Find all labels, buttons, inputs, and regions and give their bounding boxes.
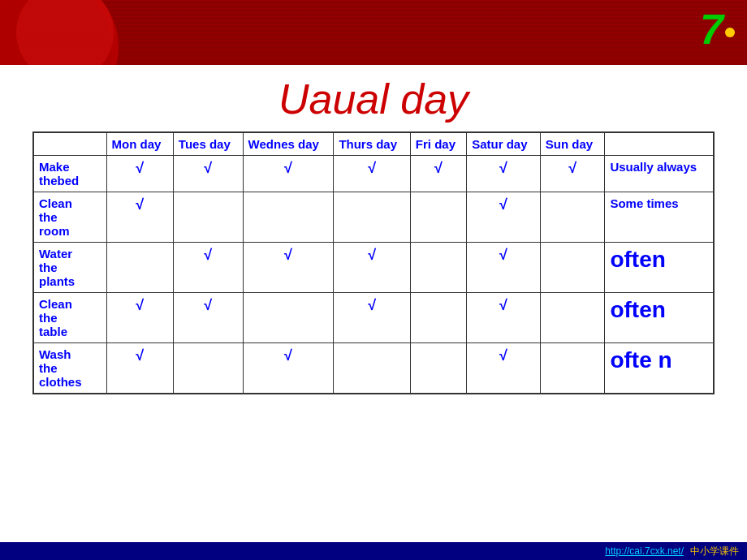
table-row: Water the plants√√√√often (33, 243, 714, 293)
freq-cell-3: often (605, 293, 714, 343)
col-thursday: Thurs day (334, 132, 410, 156)
check-cell-2-1: √ (173, 243, 243, 293)
check-cell-1-5: √ (467, 192, 541, 243)
col-wednesday: Wednes day (243, 132, 334, 156)
freq-cell-0: Usually always (605, 156, 714, 192)
freq-large: often (610, 297, 665, 322)
activity-cell-3: Clean the table (33, 293, 106, 343)
check-cell-1-0: √ (106, 192, 173, 243)
freq-large: often (610, 247, 665, 272)
activity-cell-2: Water the plants (33, 243, 106, 293)
check-cell-0-3: √ (334, 156, 410, 192)
check-cell-4-4 (410, 343, 466, 394)
check-cell-2-6 (540, 243, 605, 293)
activity-cell-4: Wash the clothes (33, 343, 106, 394)
check-cell-0-4: √ (410, 156, 466, 192)
main-table: Mon day Tues day Wednes day Thurs day Fr… (32, 131, 715, 394)
freq-normal: Some times (610, 196, 678, 210)
logo-number: 7 (700, 6, 723, 53)
check-cell-0-6: √ (540, 156, 605, 192)
freq-cell-4: ofte n (605, 343, 714, 394)
col-tuesday: Tues day (173, 132, 243, 156)
bottom-url: http://cai.7cxk.net/ (605, 545, 684, 557)
check-cell-4-2: √ (243, 343, 334, 394)
check-cell-0-2: √ (243, 156, 334, 192)
check-cell-4-1 (173, 343, 243, 394)
check-cell-1-4 (410, 192, 466, 243)
check-cell-2-3: √ (334, 243, 410, 293)
table-row: Make thebed√√√√√√√Usually always (33, 156, 714, 192)
freq-normal: Usually always (610, 160, 697, 174)
table-row: Clean the room√√Some times (33, 192, 714, 243)
check-cell-1-3 (334, 192, 410, 243)
check-cell-3-1: √ (173, 293, 243, 343)
col-sunday: Sun day (540, 132, 605, 156)
page-title: Uaual day (0, 65, 747, 131)
table-container: Mon day Tues day Wednes day Thurs day Fr… (0, 131, 747, 394)
check-cell-0-5: √ (467, 156, 541, 192)
check-cell-0-1: √ (173, 156, 243, 192)
check-cell-2-4 (410, 243, 466, 293)
freq-cell-1: Some times (605, 192, 714, 243)
check-cell-4-6 (540, 343, 605, 394)
check-cell-4-3 (334, 343, 410, 394)
logo: 7 (700, 8, 735, 50)
col-saturday: Satur day (467, 132, 541, 156)
table-row: Wash the clothes√√√ofte n (33, 343, 714, 394)
check-cell-0-0: √ (106, 156, 173, 192)
freq-large: ofte n (610, 347, 671, 373)
logo-dot (725, 28, 735, 37)
bottom-bar: http://cai.7cxk.net/ 中小学课件 (0, 542, 747, 560)
col-monday: Mon day (106, 132, 173, 156)
check-cell-1-6 (540, 192, 605, 243)
header-row: Mon day Tues day Wednes day Thurs day Fr… (33, 132, 714, 156)
check-cell-4-0: √ (106, 343, 173, 394)
check-cell-4-5: √ (467, 343, 541, 394)
bottom-label: 中小学课件 (690, 545, 739, 558)
col-friday: Fri day (410, 132, 466, 156)
activity-cell-0: Make thebed (33, 156, 106, 192)
table-row: Clean the table√√√√often (33, 293, 714, 343)
activity-cell-1: Clean the room (33, 192, 106, 243)
check-cell-1-1 (173, 192, 243, 243)
freq-cell-2: often (605, 243, 714, 293)
col-frequency (605, 132, 714, 156)
check-cell-3-2 (243, 293, 334, 343)
check-cell-3-0: √ (106, 293, 173, 343)
col-activity (33, 132, 106, 156)
check-cell-2-5: √ (467, 243, 541, 293)
check-cell-1-2 (243, 192, 334, 243)
check-cell-3-5: √ (467, 293, 541, 343)
check-cell-3-6 (540, 293, 605, 343)
banner-lines (0, 0, 747, 65)
check-cell-3-4 (410, 293, 466, 343)
check-cell-2-0 (106, 243, 173, 293)
top-banner (0, 0, 747, 65)
check-cell-2-2: √ (243, 243, 334, 293)
check-cell-3-3: √ (334, 293, 410, 343)
